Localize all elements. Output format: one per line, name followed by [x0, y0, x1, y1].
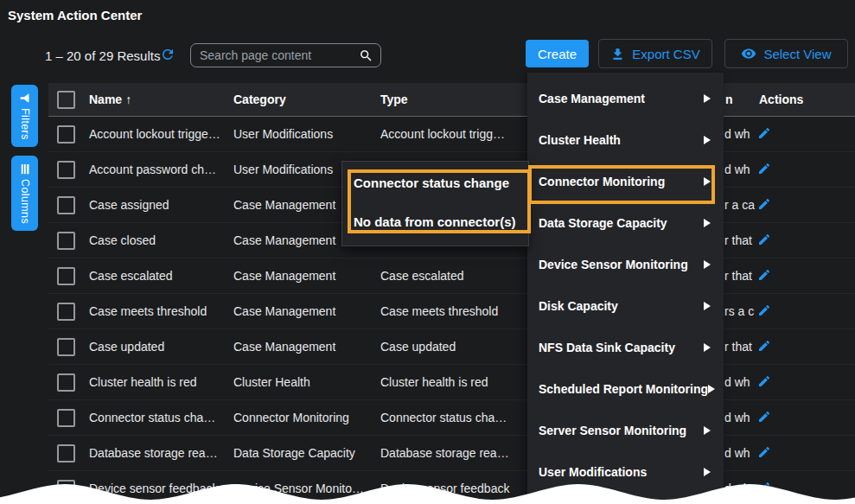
filter-icon	[18, 92, 31, 105]
edit-button[interactable]	[757, 303, 771, 317]
submenu-item[interactable]: Connector status change	[342, 163, 528, 202]
create-menu-item[interactable]: Disk Capacity	[527, 285, 724, 327]
cell-category: Case Management	[233, 304, 335, 318]
sort-ascending-icon: ↑	[125, 93, 131, 106]
submenu-arrow-icon	[704, 177, 711, 186]
row-checkbox[interactable]	[57, 267, 75, 285]
table-row: Account lockout trigge… User Modificatio…	[48, 117, 855, 152]
cell-type: Connector status cha…	[380, 411, 507, 424]
create-menu: Case Management Cluster Health Connector…	[527, 73, 724, 504]
results-count: 1 – 20 of 29 Results	[45, 48, 160, 63]
row-checkbox[interactable]	[57, 338, 75, 356]
search-box[interactable]	[190, 43, 381, 67]
create-menu-item[interactable]: Data Storage Capacity	[527, 202, 724, 244]
select-all-checkbox[interactable]	[57, 91, 75, 109]
pencil-icon	[757, 233, 771, 246]
cell-description-fragment: rs a c	[724, 304, 754, 318]
column-header-occluded-fragment: n	[725, 93, 733, 106]
refresh-button[interactable]	[160, 47, 175, 65]
column-header-actions: Actions	[759, 93, 803, 106]
edit-button[interactable]	[757, 445, 771, 459]
table-row: Case escalated Case Management Case esca…	[48, 258, 855, 294]
menu-item-label: NFS Data Sink Capacity	[539, 341, 704, 354]
pencil-icon	[757, 303, 771, 317]
export-csv-button[interactable]: Export CSV	[598, 39, 712, 68]
cell-name: Case assigned	[89, 198, 169, 212]
search-icon	[359, 48, 373, 63]
pencil-icon	[757, 481, 771, 494]
columns-label: Columns	[19, 179, 31, 224]
create-menu-item[interactable]: Device Sensor Monitoring	[527, 244, 724, 285]
create-menu-item[interactable]: User Modifications	[527, 451, 724, 493]
cell-category: Connector Monitoring	[233, 411, 349, 424]
create-button[interactable]: Create	[526, 40, 589, 67]
cell-name: Case updated	[89, 340, 164, 354]
cell-name: Device sensor feedback	[89, 482, 218, 495]
row-checkbox[interactable]	[57, 161, 75, 179]
cell-category: Device Sensor Monito…	[233, 482, 364, 495]
edit-button[interactable]	[757, 268, 771, 282]
edit-button[interactable]	[757, 197, 771, 211]
pencil-icon	[757, 197, 771, 211]
row-checkbox[interactable]	[57, 373, 75, 392]
edit-button[interactable]	[757, 162, 771, 175]
row-checkbox[interactable]	[57, 303, 75, 321]
search-input[interactable]	[191, 48, 359, 62]
cell-description-fragment: d wh	[724, 482, 750, 495]
submenu-item[interactable]: No data from connector(s)	[342, 202, 528, 241]
cell-description-fragment: d wh	[724, 163, 750, 176]
menu-item-label: Server Sensor Monitoring	[539, 424, 704, 437]
cell-category: User Modifications	[233, 127, 333, 141]
submenu-arrow-icon	[704, 260, 711, 269]
cell-type: Account lockout trigg…	[380, 127, 505, 141]
filters-button[interactable]: Filters	[11, 85, 38, 147]
row-checkbox[interactable]	[57, 196, 75, 214]
submenu-arrow-icon	[704, 94, 711, 103]
table-row: Cluster health is red Cluster Health Clu…	[48, 365, 855, 400]
cell-description-fragment: d wh	[724, 411, 750, 424]
refresh-icon	[160, 47, 175, 62]
cell-category: Case Management	[233, 340, 335, 354]
cell-description-fragment: r that	[724, 233, 752, 247]
menu-item-label: Data Storage Capacity	[539, 216, 704, 230]
cell-name: Account password ch…	[89, 163, 216, 176]
row-checkbox[interactable]	[57, 444, 75, 463]
table-row: Connector status cha… Connector Monitori…	[48, 400, 855, 436]
row-checkbox[interactable]	[57, 125, 75, 144]
pencil-icon	[757, 445, 771, 459]
create-menu-item[interactable]: Cluster Health	[527, 119, 724, 161]
edit-button[interactable]	[757, 126, 771, 140]
row-checkbox[interactable]	[57, 480, 75, 498]
column-header-name[interactable]: Name↑	[89, 93, 131, 106]
table-row: Case updated Case Management Case update…	[48, 329, 855, 365]
submenu-arrow-icon	[708, 385, 715, 393]
cell-type: Database storage rea…	[380, 446, 509, 460]
cell-name: Case closed	[89, 233, 156, 247]
row-checkbox[interactable]	[57, 409, 75, 427]
select-view-button[interactable]: Select View	[724, 39, 848, 68]
cell-category: Case Management	[233, 269, 335, 283]
create-menu-item[interactable]: Connector Monitoring	[527, 161, 724, 202]
edit-button[interactable]	[757, 339, 771, 353]
cell-type: Device sensor feedback	[380, 482, 509, 495]
cell-name: Connector status cha…	[89, 411, 215, 424]
submenu-arrow-icon	[704, 302, 711, 310]
cell-description-fragment: r that	[724, 269, 752, 283]
row-checkbox[interactable]	[57, 232, 75, 250]
create-menu-item[interactable]: Scheduled Report Monitoring	[527, 368, 724, 410]
create-menu-item[interactable]: NFS Data Sink Capacity	[527, 327, 724, 368]
create-menu-item[interactable]: Server Sensor Monitoring	[527, 410, 724, 451]
columns-button[interactable]: Columns	[11, 156, 38, 231]
cell-description-fragment: r a ca	[724, 198, 755, 212]
menu-item-label: Disk Capacity	[539, 299, 704, 313]
cell-name: Database storage rea…	[89, 446, 218, 460]
edit-button[interactable]	[757, 481, 771, 494]
column-header-type[interactable]: Type	[380, 93, 408, 106]
edit-button[interactable]	[757, 233, 771, 246]
create-menu-item[interactable]: Case Management	[527, 78, 724, 119]
edit-button[interactable]	[757, 374, 771, 388]
column-header-category[interactable]: Category	[233, 93, 286, 106]
cell-type: Case escalated	[380, 269, 464, 283]
table-header: Name↑ Category Type n Actions	[48, 83, 855, 117]
edit-button[interactable]	[757, 410, 771, 424]
